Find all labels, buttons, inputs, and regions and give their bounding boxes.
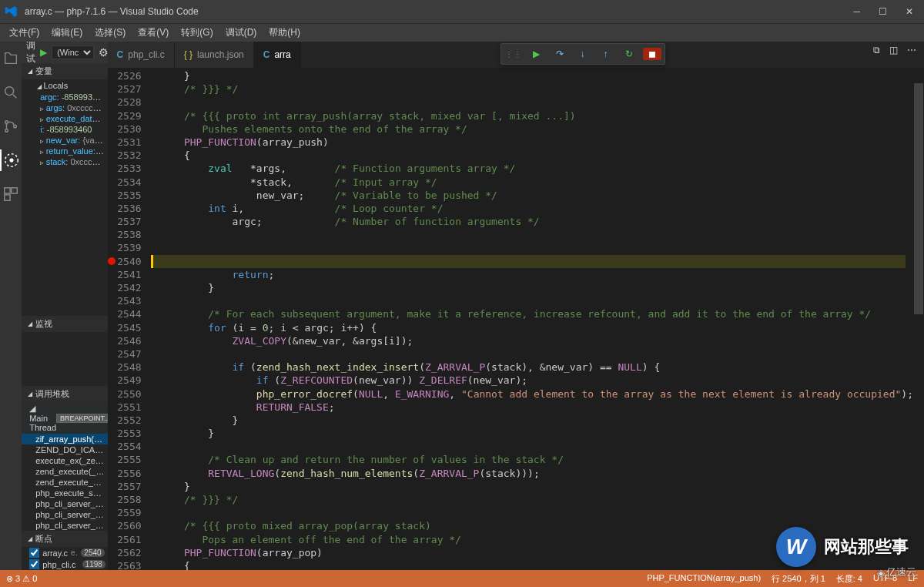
stop-button[interactable]: ◼ bbox=[643, 48, 661, 60]
stack-frame[interactable]: zif_array_push(_zend... bbox=[22, 434, 107, 444]
stack-frame[interactable]: php_cli_server_recv_... bbox=[22, 520, 107, 531]
editor-tab[interactable]: Cphp_cli.c bbox=[108, 42, 175, 68]
svg-point-0 bbox=[5, 87, 14, 96]
stack-frame[interactable]: php_cli_server_dispa... bbox=[22, 498, 107, 509]
variable-row[interactable]: argc: -858993460 bbox=[22, 92, 107, 102]
debug-settings-button[interactable]: ⚙ bbox=[99, 46, 107, 59]
debug-toolbar: 调试 ▶ (Winc ⚙ ▣ bbox=[22, 42, 107, 63]
svg-point-2 bbox=[5, 129, 8, 132]
activity-bar bbox=[0, 42, 22, 570]
continue-button[interactable]: ▶ bbox=[527, 49, 546, 59]
minimize-button[interactable]: ─ bbox=[853, 6, 860, 17]
menu-item[interactable]: 文件(F) bbox=[5, 25, 44, 41]
watermark-sub: ◈ 亿速云 bbox=[877, 565, 916, 579]
callstack-header[interactable]: 调用堆栈 bbox=[22, 386, 107, 402]
close-button[interactable]: ✕ bbox=[906, 6, 913, 17]
menu-item[interactable]: 查看(V) bbox=[133, 25, 173, 41]
restart-button[interactable]: ↻ bbox=[620, 49, 638, 59]
split-editor-icon[interactable]: ◫ bbox=[889, 45, 898, 55]
variable-row[interactable]: new_var: {value={lval=... bbox=[22, 135, 107, 146]
vscode-icon bbox=[5, 5, 18, 18]
watermark-logo: W bbox=[776, 527, 816, 567]
thread-row[interactable]: ◢ Main Thread BREAKPOINT... bbox=[22, 402, 107, 434]
svg-point-1 bbox=[5, 121, 8, 124]
debug-label: 调试 bbox=[26, 42, 35, 65]
titlebar: array.c — php-7.1.6 — Visual Studio Code… bbox=[0, 0, 924, 23]
status-bar: ⊗ 3 ⚠ 0 PHP_FUNCTION(array_push) 行 2540，… bbox=[0, 570, 924, 587]
breakpoint-checkbox[interactable] bbox=[29, 548, 39, 558]
editor-area: Cphp_cli.c{ }launch.jsonCarra ⋮⋮ ▶ ↷ ↓ ↑… bbox=[108, 42, 924, 570]
menu-item[interactable]: 帮助(H) bbox=[264, 25, 305, 41]
variables-section: Locals argc: -858993460args: 0xccccccccc… bbox=[22, 79, 107, 167]
code-editor[interactable]: 2526252725282529253025312532253325342535… bbox=[108, 68, 924, 570]
vertical-scrollbar[interactable] bbox=[913, 68, 924, 570]
explorer-icon[interactable] bbox=[0, 48, 22, 69]
step-out-button[interactable]: ↑ bbox=[597, 49, 615, 59]
callstack-section: ◢ Main Thread BREAKPOINT... zif_array_pu… bbox=[22, 402, 107, 531]
menu-item[interactable]: 转到(G) bbox=[176, 25, 217, 41]
window-title: array.c — php-7.1.6 — Visual Studio Code bbox=[25, 6, 853, 17]
step-over-button[interactable]: ↷ bbox=[551, 49, 569, 59]
stack-frame[interactable]: zend_execute_scripts... bbox=[22, 477, 107, 488]
breakpoint-row[interactable]: php_cli.c sapi\cli 1198 bbox=[22, 558, 107, 570]
breakpoints-section: array.c ext\standa... 2540 php_cli.c sap… bbox=[22, 547, 107, 570]
watermark-text: 网站那些事 bbox=[824, 535, 909, 558]
extensions-icon[interactable] bbox=[0, 183, 22, 205]
svg-point-3 bbox=[14, 125, 17, 128]
svg-point-5 bbox=[10, 159, 13, 162]
menubar: 文件(F)编辑(E)选择(S)查看(V)转到(G)调试(D)帮助(H) bbox=[0, 23, 924, 42]
svg-rect-7 bbox=[12, 188, 17, 193]
more-actions-icon[interactable]: ⋯ bbox=[907, 45, 916, 55]
variable-row[interactable]: stack: 0xcccccccccccccc... bbox=[22, 156, 107, 167]
code-lines[interactable]: } /* }}} */ /* {{{ proto int array_push(… bbox=[151, 68, 913, 570]
variable-row[interactable]: return_value: 0x000000... bbox=[22, 146, 107, 156]
search-icon[interactable] bbox=[0, 82, 22, 103]
status-errors[interactable]: ⊗ 3 ⚠ 0 bbox=[6, 574, 37, 584]
debug-icon[interactable] bbox=[0, 149, 22, 171]
editor-tab[interactable]: Carra bbox=[254, 42, 301, 68]
variable-row[interactable]: args: 0xcccccccccccccc... bbox=[22, 102, 107, 113]
status-tabsize[interactable]: 长度: 4 bbox=[836, 573, 862, 585]
variables-header[interactable]: 变量 bbox=[22, 63, 107, 79]
stack-frame[interactable]: php_execute_script(_... bbox=[22, 488, 107, 498]
variable-row[interactable]: i: -858993460 bbox=[22, 124, 107, 135]
svg-rect-6 bbox=[5, 188, 10, 193]
breakpoint-dot[interactable] bbox=[108, 257, 116, 265]
debug-action-bar[interactable]: ⋮⋮ ▶ ↷ ↓ ↑ ↻ ◼ bbox=[500, 43, 665, 65]
breakpoints-header[interactable]: 断点 bbox=[22, 531, 107, 547]
stack-frame[interactable]: ZEND_DO_ICALL_SPEC_R... bbox=[22, 444, 107, 455]
step-into-button[interactable]: ↓ bbox=[574, 49, 592, 59]
variable-row[interactable]: execute_data: 0x000002... bbox=[22, 113, 107, 124]
menu-item[interactable]: 调试(D) bbox=[221, 25, 262, 41]
editor-tab[interactable]: { }launch.json bbox=[175, 42, 254, 68]
watch-header[interactable]: 监视 bbox=[22, 316, 107, 332]
breakpoint-checkbox[interactable] bbox=[29, 559, 39, 569]
menu-item[interactable]: 编辑(E) bbox=[47, 25, 87, 41]
drag-handle-icon[interactable]: ⋮⋮ bbox=[504, 50, 523, 59]
debug-config-select[interactable]: (Winc bbox=[52, 45, 94, 59]
watermark: W 网站那些事 ◈ 亿速云 bbox=[776, 527, 909, 567]
window-controls: ─ ☐ ✕ bbox=[853, 6, 919, 17]
git-icon[interactable] bbox=[0, 116, 22, 137]
start-debug-button[interactable]: ▶ bbox=[40, 47, 47, 58]
stack-frame[interactable]: zend_execute(_zend_o... bbox=[22, 466, 107, 477]
status-scope[interactable]: PHP_FUNCTION(array_push) bbox=[647, 573, 761, 585]
stack-frame[interactable]: execute_ex(_zend_exe... bbox=[22, 455, 107, 466]
line-gutter: 2526252725282529253025312532253325342535… bbox=[108, 68, 151, 570]
menu-item[interactable]: 选择(S) bbox=[90, 25, 130, 41]
maximize-button[interactable]: ☐ bbox=[879, 6, 887, 17]
debug-sidebar: 调试 ▶ (Winc ⚙ ▣ 变量 Locals argc: -85899346… bbox=[22, 42, 107, 570]
compare-icon[interactable]: ⧉ bbox=[873, 45, 880, 55]
svg-rect-8 bbox=[5, 195, 10, 200]
locals-header[interactable]: Locals bbox=[22, 79, 107, 92]
stack-frame[interactable]: php_cli_server_dispa... bbox=[22, 509, 107, 520]
status-position[interactable]: 行 2540，列 1 bbox=[772, 573, 825, 585]
breakpoint-row[interactable]: array.c ext\standa... 2540 bbox=[22, 547, 107, 558]
scrollbar-thumb[interactable] bbox=[914, 83, 923, 314]
